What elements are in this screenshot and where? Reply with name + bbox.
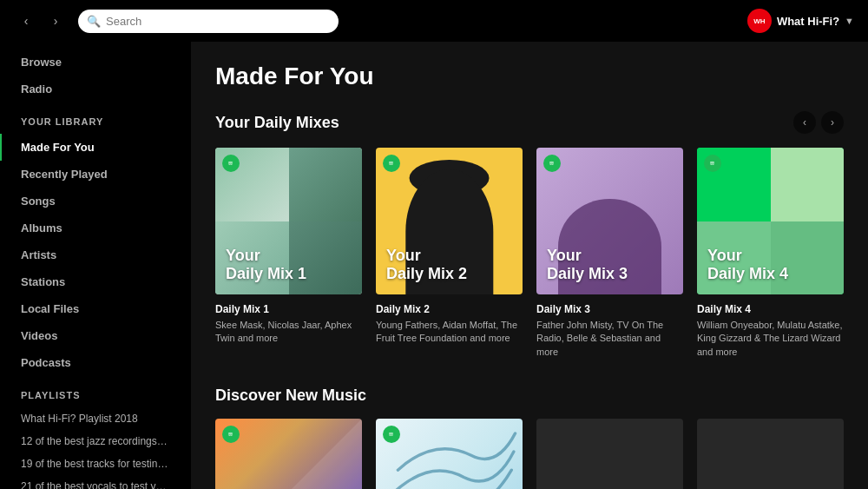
user-avatar: WH <box>747 9 772 33</box>
sidebar: Browse Radio YOUR LIBRARY Made For You R… <box>0 42 191 489</box>
placeholder-artwork-4 <box>697 419 844 489</box>
daily-mix-4-desc: William Onyeabor, Mulatu Astatke, King G… <box>697 319 844 359</box>
daily-mix-2-artwork: YourDaily Mix 2 <box>376 148 523 294</box>
daily-mixes-title: Your Daily Mixes <box>215 114 339 132</box>
daily-mix-4-artwork: YourDaily Mix 4 <box>697 148 844 294</box>
placeholder-artwork-3 <box>536 419 683 489</box>
library-section-label: YOUR LIBRARY <box>0 102 191 134</box>
release-radar-artwork: .wave-line { fill: none; stroke: #4a8faa… <box>376 419 523 489</box>
section-next-button[interactable]: › <box>821 111 844 134</box>
user-name: What Hi-Fi? <box>777 15 839 28</box>
discover-placeholder-3 <box>536 419 683 489</box>
daily-mix-4-title: Daily Mix 4 <box>697 303 844 315</box>
daily-mix-3-artwork: YourDaily Mix 3 <box>536 148 683 294</box>
sidebar-item-stations[interactable]: Stations <box>0 268 191 295</box>
sidebar-item-browse[interactable]: Browse <box>0 49 191 76</box>
playlist-item[interactable]: 12 of the best jazz recordings to test y… <box>0 430 191 453</box>
forward-button[interactable]: › <box>43 9 68 33</box>
spotify-logo <box>543 155 561 172</box>
daily-mix-2-title: Daily Mix 2 <box>376 303 523 315</box>
daily-mix-1-card[interactable]: YourDaily Mix 1 Daily Mix 1 Skee Mask, N… <box>215 148 362 359</box>
daily-mix-3-title: Daily Mix 3 <box>536 303 683 315</box>
topbar: ‹ › 🔍 WH What Hi-Fi? ▼ <box>0 0 868 42</box>
spotify-logo <box>383 155 400 172</box>
sidebar-item-albums[interactable]: Albums <box>0 215 191 241</box>
daily-mix-3-card[interactable]: YourDaily Mix 3 Daily Mix 3 Father John … <box>536 148 683 359</box>
discover-weekly-artwork: YourDiscoverWeekly <box>215 419 362 489</box>
discover-weekly-card[interactable]: YourDiscoverWeekly <box>215 419 362 489</box>
playlists-section-label: PLAYLISTS <box>0 376 191 407</box>
section-prev-button[interactable]: ‹ <box>793 111 816 134</box>
page-title: Made For You <box>215 63 844 90</box>
discover-cards-grid: YourDiscoverWeekly .wave-line { fill: no… <box>215 419 844 489</box>
daily-mix-3-desc: Father John Misty, TV On The Radio, Bell… <box>536 319 683 359</box>
discover-title: Discover New Music <box>215 387 366 405</box>
search-bar: 🔍 <box>78 10 339 33</box>
sidebar-item-made-for-you[interactable]: Made For You <box>0 134 191 161</box>
discover-placeholder-4 <box>697 419 844 489</box>
user-menu[interactable]: WH What Hi-Fi? ▼ <box>747 9 854 33</box>
release-radar-card[interactable]: .wave-line { fill: none; stroke: #4a8faa… <box>376 419 523 489</box>
daily-mix-4-card[interactable]: YourDaily Mix 4 Daily Mix 4 William Onye… <box>697 148 844 359</box>
spotify-logo <box>222 155 240 172</box>
search-icon: 🔍 <box>87 15 101 28</box>
sidebar-item-podcasts[interactable]: Podcasts <box>0 349 191 376</box>
daily-mix-1-desc: Skee Mask, Nicolas Jaar, Aphex Twin and … <box>215 319 362 346</box>
playlist-item[interactable]: 19 of the best tracks for testing dynami… <box>0 453 191 475</box>
sidebar-item-videos[interactable]: Videos <box>0 322 191 349</box>
spotify-logo <box>704 155 721 172</box>
playlist-item[interactable]: What Hi-Fi? Playlist 2018 <box>0 407 191 430</box>
daily-mix-3-overlay-title: YourDaily Mix 3 <box>547 247 628 284</box>
daily-mix-2-desc: Young Fathers, Aidan Moffat, The Fruit T… <box>376 319 523 346</box>
daily-mix-1-artwork: YourDaily Mix 1 <box>215 148 362 294</box>
daily-mix-1-title: Daily Mix 1 <box>215 303 362 315</box>
daily-mix-4-overlay-title: YourDaily Mix 4 <box>707 247 788 284</box>
search-input[interactable] <box>78 10 339 33</box>
sidebar-item-artists[interactable]: Artists <box>0 241 191 268</box>
playlist-item[interactable]: 21 of the best vocals to test your syste… <box>0 475 191 489</box>
main-content: Made For You Your Daily Mixes ‹ › <box>191 42 868 489</box>
daily-mix-2-card[interactable]: YourDaily Mix 2 Daily Mix 2 Young Father… <box>376 148 523 359</box>
topbar-right: WH What Hi-Fi? ▼ <box>747 9 854 33</box>
chevron-down-icon: ▼ <box>845 16 854 26</box>
discover-header: Discover New Music <box>215 387 844 405</box>
section-nav: ‹ › <box>793 111 844 134</box>
sidebar-item-songs[interactable]: Songs <box>0 188 191 215</box>
sidebar-item-local-files[interactable]: Local Files <box>0 295 191 322</box>
sidebar-item-radio[interactable]: Radio <box>0 76 191 102</box>
daily-mix-1-overlay-title: YourDaily Mix 1 <box>226 247 306 284</box>
nav-buttons: ‹ › <box>14 9 68 33</box>
layout: Browse Radio YOUR LIBRARY Made For You R… <box>0 42 868 489</box>
daily-mixes-grid: YourDaily Mix 1 Daily Mix 1 Skee Mask, N… <box>215 148 844 359</box>
daily-mix-2-overlay-title: YourDaily Mix 2 <box>386 247 467 284</box>
daily-mixes-header: Your Daily Mixes ‹ › <box>215 111 844 134</box>
sidebar-item-recently-played[interactable]: Recently Played <box>0 161 191 188</box>
back-button[interactable]: ‹ <box>14 9 38 33</box>
